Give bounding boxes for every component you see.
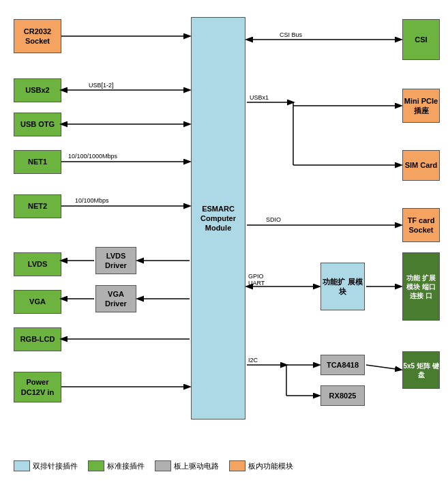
gpio-uart-label: GPIO xyxy=(248,273,264,280)
legend-item-gray: 板上驱动电路 xyxy=(155,460,219,471)
usbotg-block: USB OTG xyxy=(14,113,61,136)
i2c-label: I2C xyxy=(248,357,258,364)
legend-box-orange xyxy=(229,460,245,471)
svg-line-24 xyxy=(366,365,401,370)
power-block: Power DC12V in xyxy=(14,372,61,402)
legend-label-gray: 板上驱动电路 xyxy=(174,461,219,471)
mini-pcie-block: Mini PCIe 插座 xyxy=(402,89,440,123)
tca8418-block: TCA8418 xyxy=(320,355,365,375)
legend-item-blue: 双排针接插件 xyxy=(14,460,78,471)
csi-block: CSI xyxy=(402,19,440,60)
net1-speed-label: 10/100/1000Mbps xyxy=(68,153,118,160)
lvds-block: LVDS xyxy=(14,252,61,276)
vga-block: VGA xyxy=(14,290,61,314)
tf-card-block: TF card Socket xyxy=(402,208,440,242)
legend-box-blue xyxy=(14,460,30,471)
legend-item-green: 标准接插件 xyxy=(88,460,145,471)
matrix-keyboard-block: 5x5 矩阵 键盘 xyxy=(402,351,440,389)
sdio-label: SDIO xyxy=(266,216,281,223)
usbx2-block: USBx2 xyxy=(14,78,61,102)
rgb-lcd-block: RGB-LCD xyxy=(14,327,61,351)
diagram: ESMARC Computer Module CR2032 Socket USB… xyxy=(7,7,441,457)
csi-bus-label: CSI Bus xyxy=(280,31,303,38)
svg-text:UART: UART xyxy=(248,280,265,286)
legend-item-orange: 板内功能模块 xyxy=(229,460,293,471)
func-expand-outer-block: 功能 扩展 模块 端口 连接 口 xyxy=(402,252,440,321)
lvds-driver-block: LVDS Driver xyxy=(95,247,136,274)
net1-block: NET1 xyxy=(14,150,61,174)
net2-block: NET2 xyxy=(14,194,61,218)
usbx1-label: USBx1 xyxy=(250,94,269,101)
cr2032-block: CR2032 Socket xyxy=(14,19,61,53)
usb12-label: USB[1-2] xyxy=(89,82,114,89)
legend: 双排针接插件 标准接插件 板上驱动电路 板内功能模块 xyxy=(14,460,441,471)
legend-label-green: 标准接插件 xyxy=(107,461,145,471)
vga-driver-block: VGA Driver xyxy=(95,285,136,312)
sim-card-block: SIM Card xyxy=(402,150,440,181)
rx8025-block: RX8025 xyxy=(320,385,365,406)
legend-box-green xyxy=(88,460,104,471)
legend-label-orange: 板内功能模块 xyxy=(248,461,293,471)
net2-speed-label: 10/100Mbps xyxy=(75,197,109,204)
esmarc-label: ESMARC Computer Module xyxy=(192,204,245,233)
legend-label-blue: 双排针接插件 xyxy=(33,461,78,471)
legend-box-gray xyxy=(155,460,171,471)
esmarc-block: ESMARC Computer Module xyxy=(191,17,245,420)
func-expand-inner-block: 功能扩 展模块 xyxy=(320,263,365,310)
